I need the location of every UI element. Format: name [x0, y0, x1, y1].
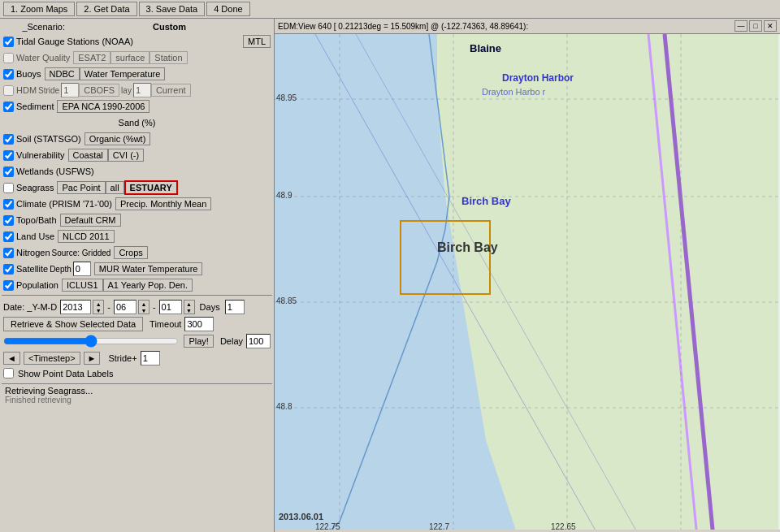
- vulnerability-label: Vulnerability: [16, 150, 65, 160]
- get-data-btn[interactable]: 2. Get Data: [76, 2, 136, 16]
- seagrass-checkbox[interactable]: [3, 183, 14, 193]
- done-btn[interactable]: 4 Done: [206, 2, 249, 16]
- prev-btn[interactable]: ◄: [3, 352, 20, 365]
- satellite-row: Satellite Depth MUR Water Temperature: [2, 261, 272, 277]
- year-down-btn[interactable]: ▼: [93, 307, 103, 314]
- satellite-depth-label: Depth: [50, 265, 72, 274]
- soil-row: Soil (STATSGO) Organic (%wt): [2, 131, 272, 147]
- water-quality-label: Water Quality: [16, 53, 70, 63]
- vulnerability-row: Vulnerability Coastal CVI (-): [2, 147, 272, 163]
- zoom-maps-btn[interactable]: 1. Zoom Maps: [3, 2, 75, 16]
- day-spinner[interactable]: ▲ ▼: [184, 300, 195, 314]
- stride-input[interactable]: [141, 351, 160, 365]
- iclus1-btn[interactable]: ICLUS1: [62, 279, 103, 292]
- mur-water-temp-btn[interactable]: MUR Water Temperature: [94, 262, 203, 275]
- show-labels-text: Show Point Data Labels: [18, 369, 113, 378]
- nav-row: ◄ <Timestep> ► Stride+: [3, 351, 271, 365]
- timeout-input[interactable]: [184, 317, 214, 331]
- cvi-btn[interactable]: CVI (-): [108, 149, 144, 162]
- epa-nca-btn[interactable]: EPA NCA 1990-2006: [57, 100, 150, 113]
- timestep-btn[interactable]: <Timestep>: [24, 352, 80, 365]
- current-btn[interactable]: Current: [151, 84, 191, 97]
- status-bottom: Retrieving Seagrass... Finished retrievi…: [2, 383, 272, 406]
- estuary-btn[interactable]: ESTUARY: [124, 180, 178, 195]
- svg-text:48.85: 48.85: [276, 296, 297, 305]
- timeout-label: Timeout: [150, 319, 181, 329]
- hdm-stride-input[interactable]: [61, 83, 79, 97]
- cbofs-btn[interactable]: CBOFS: [79, 84, 119, 97]
- svg-text:122.65: 122.65: [551, 522, 576, 530]
- hdm-row: HDM Stride CBOFS lay Current: [2, 82, 272, 98]
- tidal-mtl-btn[interactable]: MTL: [243, 35, 271, 48]
- show-labels-checkbox[interactable]: [3, 368, 14, 378]
- save-data-btn[interactable]: 3. Save Data: [139, 2, 206, 16]
- svg-text:Birch Bay: Birch Bay: [462, 195, 511, 207]
- year-input[interactable]: [60, 300, 91, 314]
- year-spinner[interactable]: ▲ ▼: [93, 300, 104, 314]
- satellite-checkbox[interactable]: [3, 264, 14, 275]
- ndbc-btn[interactable]: NDBC: [45, 67, 80, 80]
- day-input[interactable]: [159, 300, 182, 314]
- days-label: Days: [200, 302, 220, 312]
- population-label: Population: [16, 280, 58, 290]
- next-btn[interactable]: ►: [84, 352, 101, 365]
- soil-checkbox[interactable]: [3, 134, 14, 145]
- sediment-row: Sediment EPA NCA 1990-2006: [2, 98, 272, 115]
- hdm-label: HDM: [16, 85, 37, 95]
- wetlands-checkbox[interactable]: [3, 167, 14, 177]
- seagrass-label: Seagrass: [16, 183, 54, 192]
- all-btn[interactable]: all: [106, 181, 124, 194]
- map-container[interactable]: 48.95 48.9 48.85 48.8 122.75 122.7 122.6…: [275, 34, 780, 530]
- play-slider[interactable]: [3, 335, 179, 348]
- play-btn[interactable]: Play!: [184, 335, 213, 348]
- retrieve-row: Retrieve & Show Selected Data Timeout: [3, 317, 271, 331]
- a1-yearly-btn[interactable]: A1 Yearly Pop. Den.: [103, 279, 193, 292]
- month-input[interactable]: [114, 300, 136, 314]
- day-down-btn[interactable]: ▼: [184, 307, 194, 314]
- water-quality-checkbox[interactable]: [3, 53, 14, 63]
- pac-point-btn[interactable]: Pac Point: [57, 181, 105, 194]
- nlcd-btn[interactable]: NLCD 2011: [58, 230, 114, 243]
- surface-btn[interactable]: surface: [110, 51, 150, 64]
- water-temp-btn[interactable]: Water Temperature: [80, 67, 166, 80]
- hdm-checkbox[interactable]: [3, 85, 14, 96]
- delay-input[interactable]: [246, 334, 271, 348]
- crops-btn[interactable]: Crops: [114, 246, 147, 259]
- station-btn[interactable]: Station: [150, 51, 187, 64]
- main-area: _Scenario: Custom Tidal Gauge Stations (…: [0, 19, 780, 532]
- hdm-lay-input[interactable]: [133, 83, 151, 97]
- climate-checkbox[interactable]: [3, 199, 14, 210]
- days-input[interactable]: [225, 300, 245, 314]
- month-down-btn[interactable]: ▼: [139, 307, 149, 314]
- satellite-depth-input[interactable]: [73, 262, 91, 276]
- svg-text:122.7: 122.7: [429, 522, 449, 530]
- close-btn[interactable]: ✕: [764, 20, 777, 32]
- playback-slider-row: Play! Delay: [3, 334, 271, 348]
- tidal-gauge-checkbox[interactable]: [3, 37, 14, 47]
- hdm-lay: lay: [121, 86, 132, 95]
- retrieve-btn[interactable]: Retrieve & Show Selected Data: [3, 317, 143, 331]
- day-up-btn[interactable]: ▲: [184, 301, 194, 307]
- topobath-checkbox[interactable]: [3, 215, 14, 226]
- population-checkbox[interactable]: [3, 280, 14, 291]
- nitrogen-checkbox[interactable]: [3, 248, 14, 258]
- buoys-checkbox[interactable]: [3, 69, 14, 80]
- scenario-row: _Scenario: Custom: [2, 20, 272, 33]
- svg-text:122.75: 122.75: [315, 522, 340, 530]
- year-up-btn[interactable]: ▲: [93, 301, 103, 307]
- month-spinner[interactable]: ▲ ▼: [138, 300, 150, 314]
- default-crm-btn[interactable]: Default CRM: [60, 214, 121, 227]
- maximize-btn[interactable]: □: [749, 20, 762, 32]
- month-up-btn[interactable]: ▲: [139, 301, 149, 307]
- svg-point-7: [340, 229, 421, 294]
- topobath-label: Topo/Bath: [16, 215, 57, 225]
- coastal-btn[interactable]: Coastal: [68, 149, 108, 162]
- esat2-btn[interactable]: ESAT2: [73, 51, 110, 64]
- precip-btn[interactable]: Precip. Monthly Mean: [115, 197, 211, 210]
- sand-label-row: Sand (%): [2, 115, 272, 131]
- minimize-btn[interactable]: —: [734, 20, 748, 32]
- sediment-checkbox[interactable]: [3, 102, 14, 112]
- organic-btn[interactable]: Organic (%wt): [84, 132, 151, 145]
- landuse-checkbox[interactable]: [3, 231, 14, 242]
- vulnerability-checkbox[interactable]: [3, 150, 14, 161]
